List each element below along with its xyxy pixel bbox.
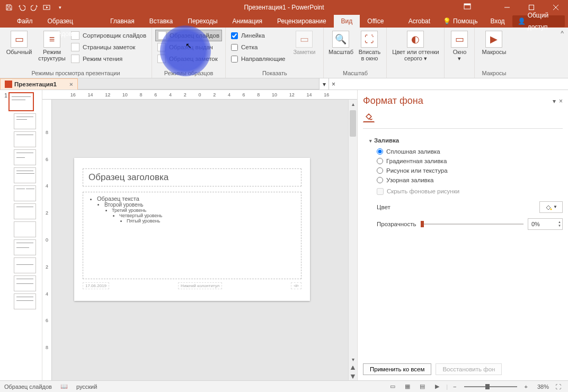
chevron-down-icon: ▼ xyxy=(553,204,557,209)
svg-point-7 xyxy=(551,208,552,210)
slide-number-placeholder[interactable]: ‹#› xyxy=(291,282,301,289)
status-view-label[interactable]: Образец слайдов xyxy=(4,384,52,390)
footer-placeholder[interactable]: Нижний колонтитул xyxy=(178,282,222,289)
next-slide-icon[interactable]: ⯆ xyxy=(349,372,357,380)
tab-insert[interactable]: Вставка xyxy=(142,15,181,28)
panel-options-icon[interactable]: ▾ xyxy=(553,97,556,105)
share-button[interactable]: 👤Общий доступ xyxy=(512,15,565,27)
tab-office-tab[interactable]: Office Tab xyxy=(360,15,401,28)
status-bar: Образец слайдов 📖 русский ▭ ▦ ▤ ▶ | − + … xyxy=(0,380,568,392)
reading-view-button[interactable]: Режим чтения xyxy=(69,53,148,65)
slide-master-button[interactable]: Образец слайдов xyxy=(155,30,222,41)
redo-icon[interactable] xyxy=(30,3,39,12)
layout-thumb[interactable] xyxy=(14,257,36,273)
horizontal-ruler[interactable]: 1614121086420246810121416 xyxy=(42,90,357,100)
scroll-up-icon[interactable]: ▴ xyxy=(349,100,357,108)
layout-thumb[interactable] xyxy=(14,167,36,183)
tab-acrobat[interactable]: Acrobat xyxy=(401,15,438,28)
fit-to-window-status-icon[interactable]: ⛶ xyxy=(552,382,564,391)
layout-thumb[interactable] xyxy=(14,221,36,237)
grid-checkbox[interactable]: Сетка xyxy=(229,41,287,53)
spin-down-icon[interactable]: ▼ xyxy=(558,224,561,228)
help-button[interactable]: 💡Помощь xyxy=(438,15,483,27)
tab-file[interactable]: Файл xyxy=(10,15,40,28)
date-placeholder[interactable]: 17.06.2019 xyxy=(83,282,109,289)
window-button[interactable]: ▭ Окно▾ xyxy=(448,30,471,63)
layout-thumb[interactable] xyxy=(14,293,36,309)
master-thumb[interactable] xyxy=(8,92,34,111)
tab-dropdown-icon[interactable]: ▾ xyxy=(319,78,329,90)
sorter-view-status-icon[interactable]: ▦ xyxy=(402,382,413,391)
tab-review[interactable]: Рецензирование xyxy=(270,15,334,28)
collapse-ribbon-icon[interactable]: ^ xyxy=(561,28,568,78)
ruler-checkbox[interactable]: Линейка xyxy=(229,30,287,41)
layout-thumb[interactable] xyxy=(14,275,36,291)
apply-all-button[interactable]: Применить ко всем xyxy=(363,363,431,375)
zoom-in-button[interactable]: + xyxy=(522,384,530,390)
save-icon[interactable] xyxy=(4,3,14,12)
tab-animations[interactable]: Анимация xyxy=(225,15,270,28)
zoom-level[interactable]: 38% xyxy=(537,384,549,390)
tab-home[interactable]: Главная xyxy=(103,15,142,28)
layout-thumb[interactable] xyxy=(14,185,36,201)
picture-fill-radio[interactable]: Рисунок или текстура xyxy=(363,166,563,175)
ribbon-display-options-icon[interactable] xyxy=(461,0,474,13)
solid-fill-radio[interactable]: Сплошная заливка xyxy=(363,147,563,156)
slideshow-status-icon[interactable]: ▶ xyxy=(431,382,443,391)
layout-thumb[interactable] xyxy=(14,239,36,255)
color-label: Цвет xyxy=(377,204,390,210)
layout-thumb[interactable] xyxy=(14,203,36,219)
transparency-spinner[interactable]: 0% ▲▼ xyxy=(528,218,563,230)
notes-page-button[interactable]: Страницы заметок xyxy=(69,41,148,53)
zoom-button[interactable]: 🔍 Масштаб xyxy=(327,30,354,56)
slide-canvas[interactable]: Образец заголовка Образец текста Второй … xyxy=(52,100,348,380)
zoom-slider[interactable] xyxy=(464,386,517,387)
minimize-button[interactable] xyxy=(495,0,519,15)
tab-view[interactable]: Вид xyxy=(334,15,360,28)
spellcheck-icon[interactable]: 📖 xyxy=(60,383,68,390)
zoom-slider-thumb[interactable] xyxy=(485,384,490,389)
fill-tab-icon[interactable] xyxy=(363,111,375,122)
normal-view-button[interactable]: ▭ Обычный xyxy=(3,30,35,56)
panel-close-icon[interactable]: × xyxy=(559,97,563,105)
start-from-beginning-icon[interactable] xyxy=(42,3,52,12)
group-master-views: Образец слайдов Образец выдач Образец за… xyxy=(152,28,226,78)
color-grayscale-button[interactable]: ◐ Цвет или оттенки серого ▾ xyxy=(390,30,441,63)
macros-button[interactable]: ▶ Макросы xyxy=(478,30,510,56)
layout-thumb[interactable] xyxy=(14,131,36,147)
tab-transitions[interactable]: Переходы xyxy=(180,15,225,28)
undo-icon[interactable] xyxy=(17,3,26,12)
transparency-slider[interactable] xyxy=(421,224,524,225)
thumbnail-pane[interactable]: 1 xyxy=(0,90,42,380)
prev-slide-icon[interactable]: ⯅ xyxy=(349,363,357,372)
tab-slide-master[interactable]: Образец слайдов xyxy=(40,15,103,28)
fill-section-header[interactable]: Заливка xyxy=(369,137,563,144)
qat-customize-icon[interactable]: ▾ xyxy=(55,3,65,12)
body-placeholder[interactable]: Образец текста Второй уровень Третий уро… xyxy=(83,192,301,279)
close-tab-icon[interactable]: × xyxy=(69,81,73,87)
reading-view-status-icon[interactable]: ▤ xyxy=(416,382,428,391)
scrollbar-thumb[interactable] xyxy=(350,110,356,137)
tab-close-icon[interactable]: × xyxy=(329,78,338,90)
gradient-fill-radio[interactable]: Градиентная заливка xyxy=(363,156,563,166)
slide-sorter-button[interactable]: Сортировщик слайдов xyxy=(69,30,148,41)
notes-master-button[interactable]: Образец заметок xyxy=(155,53,222,65)
signin-button[interactable]: Вход xyxy=(485,15,510,27)
spin-up-icon[interactable]: ▲ xyxy=(558,220,561,224)
slide-master[interactable]: Образец заголовка Образец текста Второй … xyxy=(74,158,310,301)
pattern-fill-radio[interactable]: Узорная заливка xyxy=(363,175,563,185)
document-tab[interactable]: Презентация1 × xyxy=(0,78,78,90)
normal-view-status-icon[interactable]: ▭ xyxy=(387,382,398,391)
guides-checkbox[interactable]: Направляющие xyxy=(229,53,287,65)
layout-thumb[interactable] xyxy=(14,113,36,129)
color-dropdown[interactable]: ▼ xyxy=(539,201,563,213)
slider-thumb[interactable] xyxy=(421,221,424,227)
vertical-ruler[interactable]: 864202468 xyxy=(42,100,52,380)
title-placeholder[interactable]: Образец заголовка xyxy=(83,168,301,186)
zoom-out-button[interactable]: − xyxy=(451,384,458,390)
vertical-scrollbar[interactable]: ▴ ▾ ⯅ ⯆ xyxy=(348,100,357,380)
layout-thumb[interactable] xyxy=(14,149,36,165)
scroll-down-icon[interactable]: ▾ xyxy=(349,355,357,363)
notes-button[interactable]: ▭ Заметки xyxy=(288,30,320,56)
language-label[interactable]: русский xyxy=(76,384,97,390)
